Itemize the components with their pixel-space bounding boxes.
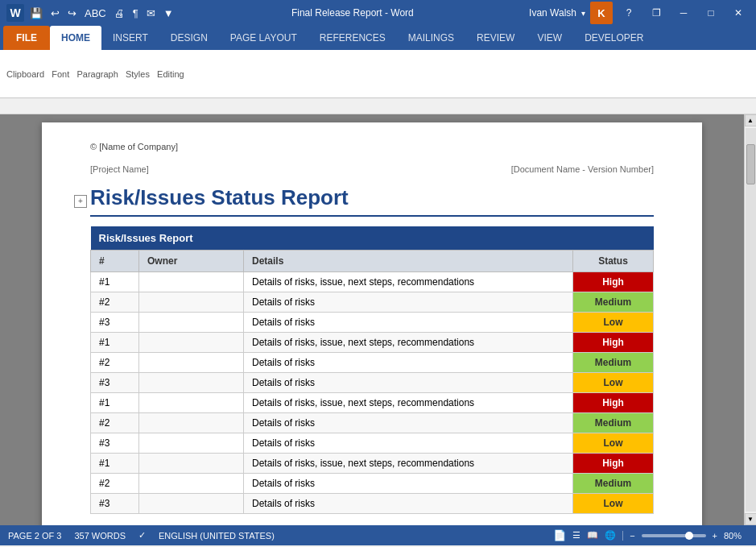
cell-owner (139, 333, 244, 353)
format-button[interactable]: ¶ (130, 6, 141, 21)
table-row: #3 Details of risks Low (91, 433, 654, 454)
cell-status: Medium (573, 292, 654, 313)
page-indicator: PAGE 2 OF 3 (8, 531, 61, 541)
cell-status: Medium (573, 413, 654, 433)
cell-details: Details of risks (244, 413, 573, 433)
table-column-headers: # Owner Details Status (91, 251, 654, 272)
page: © [Name of Company] [Project Name] [Docu… (42, 122, 702, 525)
col-header-num: # (91, 251, 139, 272)
table-row: #1 Details of risks, issue, next steps, … (91, 393, 654, 413)
window-title: Final Release Report - Word (176, 7, 529, 19)
save-button[interactable]: 💾 (27, 6, 45, 21)
table-row: #3 Details of risks Low (91, 313, 654, 333)
zoom-out-button[interactable]: − (630, 531, 634, 541)
ribbon-content: Clipboard Font Paragraph Styles Editing (0, 50, 756, 98)
cell-num: #3 (91, 433, 139, 454)
zoom-in-button[interactable]: + (713, 531, 717, 541)
cell-num: #3 (91, 313, 139, 333)
cell-details: Details of risks (244, 313, 573, 333)
customize-button[interactable]: ▼ (161, 6, 176, 21)
cell-num: #2 (91, 474, 139, 494)
doc-header: [Project Name] [Document Name - Version … (90, 164, 654, 174)
add-table-button[interactable]: + (74, 195, 87, 208)
cell-num: #1 (91, 272, 139, 292)
cell-status: High (573, 454, 654, 474)
cell-status: Low (573, 494, 654, 514)
cell-status: High (573, 272, 654, 292)
outline-view-icon[interactable]: ☰ (572, 530, 580, 541)
mail-button[interactable]: ✉ (144, 6, 158, 21)
status-right: 📄 ☰ 📖 🌐 − + 80% (553, 529, 748, 541)
cell-owner (139, 393, 244, 413)
vertical-scrollbar[interactable]: ▲ ▼ (744, 114, 756, 525)
tab-review[interactable]: REVIEW (465, 26, 526, 50)
maximize-button[interactable]: □ (700, 0, 722, 26)
tab-file[interactable]: FILE (3, 26, 50, 50)
table-row: #2 Details of risks Medium (91, 413, 654, 433)
company-line: © [Name of Company] (90, 142, 654, 151)
report-title: Risk/Issues Status Report (90, 185, 654, 217)
cell-status: High (573, 393, 654, 413)
cell-details: Details of risks (244, 292, 573, 313)
tab-page-layout[interactable]: PAGE LAYOUT (219, 26, 308, 50)
redo-button[interactable]: ↪ (65, 6, 79, 21)
cell-details: Details of risks (244, 373, 573, 393)
tab-home[interactable]: HOME (50, 26, 101, 50)
language-indicator[interactable]: ENGLISH (UNITED STATES) (159, 531, 275, 541)
word-icon: W (6, 4, 24, 22)
tab-developer[interactable]: DEVELOPER (573, 26, 655, 50)
cell-status: Low (573, 313, 654, 333)
table-row: #2 Details of risks Medium (91, 474, 654, 494)
tab-design[interactable]: DESIGN (159, 26, 219, 50)
cell-owner (139, 413, 244, 433)
ruler (0, 98, 756, 114)
cell-owner (139, 373, 244, 393)
cell-num: #2 (91, 292, 139, 313)
zoom-slider[interactable] (642, 534, 706, 537)
cell-status: Medium (573, 474, 654, 494)
quick-access-toolbar: W 💾 ↩ ↪ ABC 🖨 ¶ ✉ ▼ (6, 4, 176, 22)
zoom-thumb[interactable] (685, 532, 693, 540)
undo-button[interactable]: ↩ (48, 6, 62, 21)
cell-owner (139, 474, 244, 494)
risk-table: Risk/Issues Report # Owner Details Statu… (90, 226, 654, 514)
col-header-owner: Owner (139, 251, 244, 272)
scroll-up-button[interactable]: ▲ (745, 114, 757, 126)
word-count: 357 WORDS (74, 531, 126, 541)
cell-details: Details of risks, issue, next steps, rec… (244, 393, 573, 413)
ribbon-tabs: FILE HOME INSERT DESIGN PAGE LAYOUT REFE… (0, 26, 756, 50)
print-button[interactable]: 🖨 (112, 6, 127, 21)
close-button[interactable]: ✕ (727, 0, 750, 26)
table-row: #3 Details of risks Low (91, 494, 654, 514)
tab-references[interactable]: REFERENCES (308, 26, 397, 50)
tab-insert[interactable]: INSERT (101, 26, 159, 50)
user-area: Ivan Walsh ▾ K (529, 2, 613, 24)
cell-owner (139, 433, 244, 454)
tab-mailings[interactable]: MAILINGS (397, 26, 465, 50)
spelling-button[interactable]: ABC (82, 6, 109, 21)
cell-owner (139, 454, 244, 474)
ribbon: FILE HOME INSERT DESIGN PAGE LAYOUT REFE… (0, 26, 756, 98)
read-view-icon[interactable]: 📖 (587, 530, 598, 541)
tab-view[interactable]: VIEW (526, 26, 573, 50)
status-bar: PAGE 2 OF 3 357 WORDS ✓ ENGLISH (UNITED … (0, 525, 756, 545)
document-area: © [Name of Company] [Project Name] [Docu… (0, 114, 756, 525)
col-header-details: Details (244, 251, 573, 272)
cell-details: Details of risks, issue, next steps, rec… (244, 454, 573, 474)
cell-owner (139, 494, 244, 514)
web-view-icon[interactable]: 🌐 (605, 530, 616, 541)
cell-details: Details of risks (244, 494, 573, 514)
cell-details: Details of risks, issue, next steps, rec… (244, 272, 573, 292)
restore-button[interactable]: ❐ (645, 0, 667, 26)
cell-status: Low (573, 433, 654, 454)
help-button[interactable]: ? (618, 0, 640, 26)
cell-owner (139, 272, 244, 292)
table-row: #2 Details of risks Medium (91, 353, 654, 373)
scroll-down-button[interactable]: ▼ (745, 513, 757, 525)
scroll-thumb[interactable] (746, 144, 755, 184)
minimize-button[interactable]: ─ (672, 0, 695, 26)
table-header-cell: Risk/Issues Report (91, 226, 654, 251)
doc-view-icon[interactable]: 📄 (553, 529, 566, 541)
spell-check-icon[interactable]: ✓ (138, 530, 146, 541)
cell-details: Details of risks (244, 353, 573, 373)
